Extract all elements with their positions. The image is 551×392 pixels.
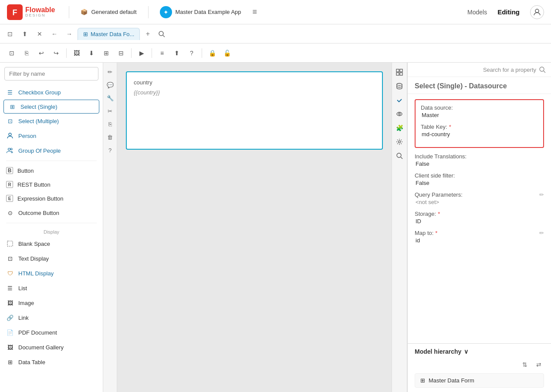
toolbar-lock-btn[interactable]: 🔒 — [206, 47, 219, 60]
prop-include-translations-value: False — [415, 161, 544, 167]
logo-flowable: Flowable — [25, 6, 55, 14]
prop-storage-value: ID — [415, 218, 440, 224]
sidebar-item-label-blank-space: Blank Space — [18, 241, 50, 247]
sidebar-item-pdf-document[interactable]: 📄 PDF Document — [0, 325, 103, 340]
form-widget-country[interactable]: country {{country}} — [126, 71, 383, 150]
toolbar: ⊡ ⎘ ↩ ↪ 🖼 ⬇ ⊞ ⊟ ▶ ≡ ⬆ ? 🔒 🔓 — [0, 44, 551, 63]
model-hierarchy-header[interactable]: Model hierarchy ∨ — [415, 348, 544, 355]
tab-forward-btn[interactable]: → — [63, 27, 76, 40]
sidebar-item-image[interactable]: 🖼 Image — [0, 295, 103, 310]
prop-query-parameters-edit-icon[interactable]: ✏ — [539, 191, 544, 198]
toolbar-divider-4 — [202, 48, 202, 58]
toolbar-cols-btn[interactable]: ⊞ — [100, 47, 113, 60]
vtool-scissors-btn[interactable]: ✂ — [105, 105, 116, 117]
vtool-help-btn[interactable]: ? — [105, 144, 116, 156]
sidebar-item-expression-button[interactable]: E Expression Button — [0, 191, 103, 205]
sidebar-item-label-select-single: Select (Single) — [20, 104, 57, 110]
sidebar-item-html-display[interactable]: 🛡 HTML Display — [0, 266, 103, 281]
toolbar-undo-btn[interactable]: ↩ — [35, 47, 48, 60]
nav-models-link[interactable]: Models — [467, 9, 487, 16]
sidebar-item-document-gallery[interactable]: 🖼 Document Gallery — [0, 340, 103, 355]
tab-search-btn[interactable] — [155, 28, 168, 40]
sidebar-item-link[interactable]: 🔗 Link — [0, 310, 103, 325]
logo-text: Flowable DESIGN — [25, 6, 55, 18]
props-title: Select (Single) - Datasource — [408, 77, 551, 94]
sidebar-item-data-table[interactable]: ⊞ Data Table — [0, 355, 103, 369]
toolbar-download-btn[interactable]: ⬇ — [85, 47, 98, 60]
svg-rect-10 — [400, 69, 402, 72]
sidebar-item-label-pdf-document: PDF Document — [18, 329, 57, 336]
sidebar-item-rest-button[interactable]: R REST Button — [0, 178, 103, 191]
svg-rect-8 — [7, 241, 13, 246]
toolbar-help-btn[interactable]: ? — [185, 47, 198, 60]
prop-client-side-filter-label: Client side filter: — [415, 172, 544, 179]
rtool-eye-btn[interactable] — [393, 108, 406, 120]
toolbar-text-btn[interactable]: ≡ — [155, 47, 169, 60]
nav-app-master-data[interactable]: ✦ Master Data Example App — [155, 3, 246, 21]
sidebar-item-text-display[interactable]: ⊡ Text Display — [0, 251, 103, 266]
vtool-delete-btn[interactable]: 🗑 — [105, 131, 116, 143]
logo-area[interactable]: F Flowable DESIGN — [7, 4, 55, 20]
sidebar-item-person[interactable]: Person — [0, 128, 103, 143]
toolbar-up-btn[interactable]: ⬆ — [170, 47, 183, 60]
prop-storage: Storage: * ID — [415, 211, 544, 224]
rtool-search-btn[interactable] — [393, 150, 406, 162]
sidebar-item-button[interactable]: B Button — [0, 164, 103, 178]
toolbar-redo-btn[interactable]: ↪ — [50, 47, 63, 60]
sidebar-divider-2 — [6, 223, 97, 223]
nav-editing-label: Editing — [497, 8, 520, 16]
rtool-db-btn[interactable] — [393, 80, 406, 92]
toolbar-rows-btn[interactable]: ⊟ — [115, 47, 128, 60]
sidebar-item-select-single[interactable]: ⊞ Select (Single) — [3, 100, 99, 114]
nav-hamburger-icon[interactable]: ≡ — [253, 7, 257, 17]
rtool-check-btn[interactable] — [393, 94, 406, 106]
rtool-grid-btn[interactable] — [393, 66, 406, 78]
sidebar-item-label-person: Person — [18, 133, 36, 139]
toolbar-copy-btn[interactable]: ⎘ — [20, 47, 33, 60]
vtool-settings-btn[interactable]: 🔧 — [105, 92, 116, 104]
tab-back-btn[interactable]: ← — [48, 27, 61, 40]
tab-close-btn[interactable]: ✕ — [33, 27, 46, 40]
toolbar-play-btn[interactable]: ▶ — [135, 47, 148, 60]
sidebar-divider-1 — [6, 161, 97, 161]
vtool-edit-btn[interactable]: ✏ — [105, 66, 116, 77]
blank-space-icon — [6, 240, 14, 248]
tab-save-btn[interactable]: ⊡ — [3, 27, 17, 40]
vtool-comment-btn[interactable]: 💬 — [105, 79, 116, 90]
nav-app-generated-default[interactable]: 📦 Generated default — [76, 6, 141, 18]
prop-map-to-edit-icon[interactable]: ✏ — [539, 230, 544, 236]
sidebar-item-select-multiple[interactable]: ⊡ Select (Multiple) — [0, 114, 103, 128]
vtool-copy-btn[interactable]: ⎘ — [105, 118, 116, 130]
hierarchy-item-master-data-form[interactable]: ⊞ Master Data Form — [415, 373, 544, 388]
prop-storage-required: * — [438, 211, 440, 217]
sidebar-item-list[interactable]: ☰ List — [0, 281, 103, 295]
hierarchy-expand-btn[interactable]: ⇅ — [520, 359, 530, 370]
tab-add-btn[interactable]: + — [142, 28, 154, 40]
rtool-puzzle-btn[interactable]: 🧩 — [393, 122, 406, 134]
sidebar-item-outcome-button[interactable]: ⊙ Outcome Button — [0, 205, 103, 220]
props-body: Data source: Master Table Key: * md-coun… — [408, 94, 551, 343]
sidebar-item-label-button: Button — [17, 168, 34, 174]
nav-avatar[interactable] — [530, 5, 544, 19]
toolbar-save-btn[interactable]: ⊡ — [5, 47, 18, 60]
prop-map-to-required: * — [435, 230, 437, 236]
sidebar-item-checkbox-group[interactable]: ☰ Checkbox Group — [0, 85, 103, 100]
hierarchy-collapse-btn[interactable]: ⇄ — [534, 359, 544, 370]
sidebar-item-blank-space[interactable]: Blank Space — [0, 236, 103, 251]
select-multiple-icon: ⊡ — [6, 117, 14, 125]
main-layout: ☰ Checkbox Group ⊞ Select (Single) ⊡ Sel… — [0, 63, 551, 392]
sidebar-item-group-of-people[interactable]: Group Of People — [0, 143, 103, 158]
filter-input[interactable] — [4, 67, 98, 80]
toolbar-divider-3 — [152, 48, 152, 58]
tab-upload-btn[interactable]: ⬆ — [18, 27, 31, 40]
tab-master-data-form[interactable]: ⊞ Master Data Fo... — [78, 28, 140, 40]
prop-data-source-label: Data source: — [421, 104, 538, 111]
sidebar-item-label-data-table: Data Table — [18, 359, 45, 365]
toolbar-unlock-btn[interactable]: 🔓 — [220, 47, 233, 60]
prop-client-side-filter: Client side filter: False — [415, 172, 544, 186]
rtool-gear-btn[interactable] — [393, 136, 406, 148]
hierarchy-item-icon: ⊞ — [420, 377, 425, 384]
svg-point-7 — [10, 148, 12, 150]
props-search-icon[interactable] — [539, 66, 546, 73]
toolbar-image-btn[interactable]: 🖼 — [70, 47, 83, 60]
